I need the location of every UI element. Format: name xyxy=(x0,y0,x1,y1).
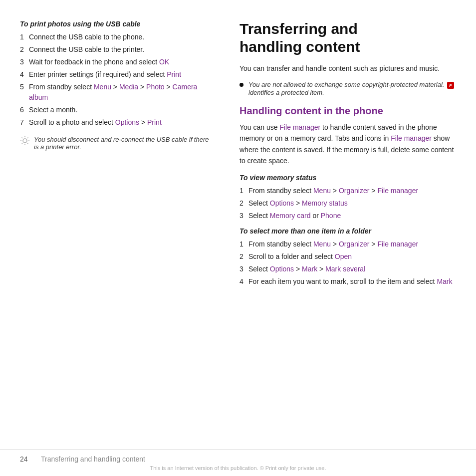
footer: 24 Transferring and handling content Thi… xyxy=(0,450,476,476)
step-link[interactable]: Menu xyxy=(94,83,111,91)
step-link[interactable]: Memory card xyxy=(270,212,311,220)
step-link[interactable]: Options xyxy=(270,199,294,207)
warning-box: You are not allowed to exchange some cop… xyxy=(239,81,456,96)
svg-line-7 xyxy=(27,138,28,139)
step-text: Select a month. xyxy=(29,105,77,115)
step-text: Wait for feedback in the phone and selec… xyxy=(29,57,169,67)
step-link[interactable]: Mark several xyxy=(325,265,365,273)
step-number: 5 xyxy=(20,82,29,103)
main-heading: Transferring and handling content xyxy=(239,20,456,56)
step-number: 3 xyxy=(239,264,248,274)
step-link[interactable]: Photo xyxy=(146,83,165,91)
svg-line-8 xyxy=(22,143,23,144)
right-column: Transferring and handling content You ca… xyxy=(230,20,456,440)
list-item: 5From standby select Menu > Media > Phot… xyxy=(20,82,215,103)
intro-text: You can transfer and handle content such… xyxy=(239,63,456,74)
subsection1-steps: 1From standby select Menu > Organizer > … xyxy=(239,186,456,221)
left-note-box: You should disconnect and re-connect the… xyxy=(20,136,215,151)
step-text: From standby select Menu > Organizer > F… xyxy=(248,239,418,249)
step-number: 2 xyxy=(239,251,248,262)
list-item: 4For each item you want to mark, scroll … xyxy=(239,276,456,287)
list-item: 3Select Options > Mark > Mark several xyxy=(239,264,456,274)
list-item: 2Scroll to a folder and select Open xyxy=(239,251,456,262)
svg-point-0 xyxy=(23,139,27,143)
protected-icon xyxy=(447,82,454,89)
list-item: 1From standby select Menu > Organizer > … xyxy=(239,186,456,196)
step-link[interactable]: Open xyxy=(335,252,352,260)
footer-small-text: This is an Internet version of this publ… xyxy=(20,465,456,471)
list-item: 2Connect the USB cable to the printer. xyxy=(20,44,215,55)
step-text: Scroll to a folder and select Open xyxy=(248,251,352,262)
left-note-text: You should disconnect and re-connect the… xyxy=(34,136,215,151)
step-link[interactable]: Camera album xyxy=(29,83,197,101)
step-link[interactable]: Menu xyxy=(313,187,331,195)
footer-page-number: 24 xyxy=(20,455,35,463)
step-link[interactable]: Mark xyxy=(302,265,317,273)
step-number: 1 xyxy=(239,186,248,196)
content-area: To print photos using the USB cable 1Con… xyxy=(0,0,476,450)
footer-main: 24 Transferring and handling content xyxy=(20,455,456,463)
left-section-title: To print photos using the USB cable xyxy=(20,20,215,28)
list-item: 1From standby select Menu > Organizer > … xyxy=(239,239,456,249)
step-text: Connect the USB cable to the phone. xyxy=(29,32,144,42)
step-number: 3 xyxy=(20,57,29,67)
list-item: 1Connect the USB cable to the phone. xyxy=(20,32,215,42)
list-item: 6Select a month. xyxy=(20,105,215,115)
page-container: To print photos using the USB cable 1Con… xyxy=(0,0,476,476)
step-text: Select Options > Mark > Mark several xyxy=(248,264,365,274)
step-link[interactable]: File manager xyxy=(377,187,418,195)
step-text: For each item you want to mark, scroll t… xyxy=(248,276,453,287)
step-number: 2 xyxy=(239,198,248,209)
step-link[interactable]: Menu xyxy=(313,240,331,248)
step-link[interactable]: OK xyxy=(159,58,169,66)
step-link[interactable]: Options xyxy=(270,265,294,273)
footer-title: Transferring and handling content xyxy=(41,455,145,463)
left-column: To print photos using the USB cable 1Con… xyxy=(20,20,230,440)
step-text: Scroll to a photo and select Options > P… xyxy=(29,117,162,128)
svg-line-6 xyxy=(27,143,28,144)
step-text: From standby select Menu > Organizer > F… xyxy=(248,186,418,196)
subsection2-steps: 1From standby select Menu > Organizer > … xyxy=(239,239,456,287)
step-link[interactable]: Print xyxy=(147,118,162,126)
subsection1-title: To view memory status xyxy=(239,174,456,182)
step-text: Connect the USB cable to the printer. xyxy=(29,44,144,55)
section-heading: Handling content in the phone xyxy=(239,105,456,117)
list-item: 3Wait for feedback in the phone and sele… xyxy=(20,57,215,67)
body-text: You can use File manager to handle conte… xyxy=(239,122,456,167)
step-link[interactable]: Options xyxy=(115,118,139,126)
step-link[interactable]: Media xyxy=(119,83,138,91)
list-item: 4Enter printer settings (if required) an… xyxy=(20,69,215,80)
step-link[interactable]: Organizer xyxy=(339,240,369,248)
subsection2-title: To select more than one item in a folder xyxy=(239,227,456,235)
step-link[interactable]: Organizer xyxy=(339,187,369,195)
warning-text: You are not allowed to exchange some cop… xyxy=(248,81,456,96)
step-text: Enter printer settings (if required) and… xyxy=(29,69,181,80)
step-link[interactable]: Memory status xyxy=(302,199,348,207)
step-link[interactable]: Print xyxy=(167,70,181,78)
step-number: 4 xyxy=(20,69,29,80)
step-text: From standby select Menu > Media > Photo… xyxy=(29,82,215,103)
step-number: 2 xyxy=(20,44,29,55)
step-number: 1 xyxy=(20,32,29,42)
svg-line-5 xyxy=(22,138,23,139)
step-link[interactable]: File manager xyxy=(377,240,418,248)
step-number: 4 xyxy=(239,276,248,287)
step-number: 6 xyxy=(20,105,29,115)
step-number: 1 xyxy=(239,239,248,249)
step-text: Select Memory card or Phone xyxy=(248,211,341,221)
list-item: 7Scroll to a photo and select Options > … xyxy=(20,117,215,128)
warning-dot-icon xyxy=(239,83,243,87)
left-steps-list: 1Connect the USB cable to the phone.2Con… xyxy=(20,32,215,128)
step-link[interactable]: Mark xyxy=(437,277,452,285)
step-text: Select Options > Memory status xyxy=(248,198,348,209)
step-link[interactable]: Phone xyxy=(321,212,341,220)
file-manager-link-2[interactable]: File manager xyxy=(391,134,432,142)
step-number: 3 xyxy=(239,211,248,221)
file-manager-link-1[interactable]: File manager xyxy=(279,123,320,131)
list-item: 2Select Options > Memory status xyxy=(239,198,456,209)
list-item: 3Select Memory card or Phone xyxy=(239,211,456,221)
step-number: 7 xyxy=(20,117,29,128)
lightbulb-icon xyxy=(20,136,30,148)
